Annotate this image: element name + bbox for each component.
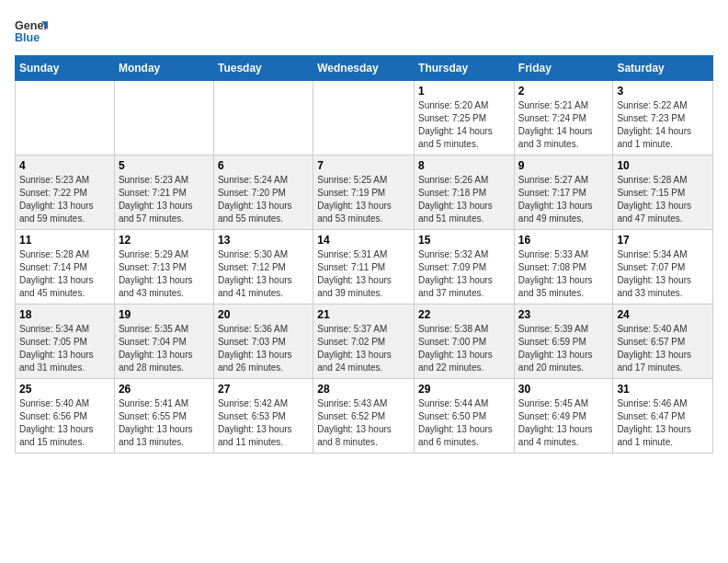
day-info: Sunrise: 5:23 AM Sunset: 7:22 PM Dayligh… [19,174,110,225]
calendar-header-day: Monday [114,56,213,81]
day-number: 21 [317,308,410,321]
page-header: General Blue [15,15,713,48]
day-info: Sunrise: 5:23 AM Sunset: 7:21 PM Dayligh… [119,174,210,225]
day-number: 15 [418,234,510,247]
day-info: Sunrise: 5:22 AM Sunset: 7:23 PM Dayligh… [617,99,709,151]
calendar-cell: 4Sunrise: 5:23 AM Sunset: 7:22 PM Daylig… [16,155,115,230]
day-number: 30 [518,383,609,396]
calendar-week-row: 1Sunrise: 5:20 AM Sunset: 7:25 PM Daylig… [16,81,713,155]
day-number: 25 [19,383,110,396]
day-info: Sunrise: 5:24 AM Sunset: 7:20 PM Dayligh… [218,174,309,225]
day-info: Sunrise: 5:32 AM Sunset: 7:09 PM Dayligh… [418,248,510,300]
calendar-cell: 29Sunrise: 5:44 AM Sunset: 6:50 PM Dayli… [415,379,515,454]
day-info: Sunrise: 5:43 AM Sunset: 6:52 PM Dayligh… [317,397,410,449]
calendar-cell: 9Sunrise: 5:27 AM Sunset: 7:17 PM Daylig… [514,155,613,230]
day-info: Sunrise: 5:28 AM Sunset: 7:15 PM Dayligh… [617,174,709,225]
day-number: 31 [617,383,709,396]
calendar-cell: 23Sunrise: 5:39 AM Sunset: 6:59 PM Dayli… [514,304,613,379]
calendar-cell [114,81,213,155]
day-info: Sunrise: 5:26 AM Sunset: 7:18 PM Dayligh… [418,174,510,225]
day-info: Sunrise: 5:37 AM Sunset: 7:02 PM Dayligh… [317,323,410,374]
day-number: 17 [617,234,709,247]
day-number: 18 [19,308,110,321]
calendar-cell: 27Sunrise: 5:42 AM Sunset: 6:53 PM Dayli… [213,379,313,454]
day-number: 2 [518,85,609,98]
day-number: 6 [218,159,309,172]
calendar-cell: 30Sunrise: 5:45 AM Sunset: 6:49 PM Dayli… [514,379,613,454]
calendar-cell: 8Sunrise: 5:26 AM Sunset: 7:18 PM Daylig… [415,155,515,230]
calendar-cell: 25Sunrise: 5:40 AM Sunset: 6:56 PM Dayli… [16,379,115,454]
day-info: Sunrise: 5:40 AM Sunset: 6:57 PM Dayligh… [617,323,709,374]
calendar-cell: 11Sunrise: 5:28 AM Sunset: 7:14 PM Dayli… [16,230,115,304]
day-number: 20 [218,308,309,321]
logo: General Blue [15,15,51,48]
calendar-cell: 12Sunrise: 5:29 AM Sunset: 7:13 PM Dayli… [114,230,213,304]
calendar-cell: 15Sunrise: 5:32 AM Sunset: 7:09 PM Dayli… [415,230,515,304]
day-number: 11 [19,234,110,247]
day-info: Sunrise: 5:41 AM Sunset: 6:55 PM Dayligh… [119,397,210,449]
calendar-cell: 17Sunrise: 5:34 AM Sunset: 7:07 PM Dayli… [613,230,713,304]
calendar-cell: 7Sunrise: 5:25 AM Sunset: 7:19 PM Daylig… [313,155,415,230]
day-number: 7 [317,159,410,172]
day-number: 22 [418,308,510,321]
day-info: Sunrise: 5:34 AM Sunset: 7:07 PM Dayligh… [617,248,709,300]
calendar-cell [213,81,313,155]
day-info: Sunrise: 5:20 AM Sunset: 7:25 PM Dayligh… [418,99,510,151]
calendar-cell: 14Sunrise: 5:31 AM Sunset: 7:11 PM Dayli… [313,230,415,304]
day-info: Sunrise: 5:44 AM Sunset: 6:50 PM Dayligh… [418,397,510,449]
calendar-cell: 6Sunrise: 5:24 AM Sunset: 7:20 PM Daylig… [213,155,313,230]
calendar-cell: 5Sunrise: 5:23 AM Sunset: 7:21 PM Daylig… [114,155,213,230]
calendar-cell: 13Sunrise: 5:30 AM Sunset: 7:12 PM Dayli… [213,230,313,304]
calendar-header-day: Wednesday [313,56,415,81]
calendar-cell: 21Sunrise: 5:37 AM Sunset: 7:02 PM Dayli… [313,304,415,379]
day-info: Sunrise: 5:29 AM Sunset: 7:13 PM Dayligh… [119,248,210,300]
day-number: 23 [518,308,609,321]
day-number: 26 [119,383,210,396]
calendar-cell: 19Sunrise: 5:35 AM Sunset: 7:04 PM Dayli… [114,304,213,379]
calendar-table: SundayMondayTuesdayWednesdayThursdayFrid… [15,55,713,454]
calendar-header-day: Friday [514,56,613,81]
calendar-header-day: Saturday [613,56,713,81]
day-number: 1 [418,85,510,98]
calendar-cell: 20Sunrise: 5:36 AM Sunset: 7:03 PM Dayli… [213,304,313,379]
day-number: 12 [119,234,210,247]
calendar-cell: 3Sunrise: 5:22 AM Sunset: 7:23 PM Daylig… [613,81,713,155]
day-info: Sunrise: 5:21 AM Sunset: 7:24 PM Dayligh… [518,99,609,151]
day-info: Sunrise: 5:25 AM Sunset: 7:19 PM Dayligh… [317,174,410,225]
day-number: 10 [617,159,709,172]
calendar-cell: 2Sunrise: 5:21 AM Sunset: 7:24 PM Daylig… [514,81,613,155]
calendar-week-row: 25Sunrise: 5:40 AM Sunset: 6:56 PM Dayli… [16,379,713,454]
calendar-cell: 16Sunrise: 5:33 AM Sunset: 7:08 PM Dayli… [514,230,613,304]
calendar-cell: 26Sunrise: 5:41 AM Sunset: 6:55 PM Dayli… [114,379,213,454]
day-info: Sunrise: 5:39 AM Sunset: 6:59 PM Dayligh… [518,323,609,374]
day-number: 29 [418,383,510,396]
calendar-cell: 10Sunrise: 5:28 AM Sunset: 7:15 PM Dayli… [613,155,713,230]
logo-icon: General Blue [15,15,48,48]
calendar-cell: 22Sunrise: 5:38 AM Sunset: 7:00 PM Dayli… [415,304,515,379]
day-info: Sunrise: 5:38 AM Sunset: 7:00 PM Dayligh… [418,323,510,374]
calendar-cell: 28Sunrise: 5:43 AM Sunset: 6:52 PM Dayli… [313,379,415,454]
day-number: 4 [19,159,110,172]
day-number: 13 [218,234,309,247]
calendar-week-row: 18Sunrise: 5:34 AM Sunset: 7:05 PM Dayli… [16,304,713,379]
calendar-cell [16,81,115,155]
calendar-cell [313,81,415,155]
day-number: 16 [518,234,609,247]
calendar-week-row: 4Sunrise: 5:23 AM Sunset: 7:22 PM Daylig… [16,155,713,230]
day-number: 24 [617,308,709,321]
day-info: Sunrise: 5:31 AM Sunset: 7:11 PM Dayligh… [317,248,410,300]
calendar-week-row: 11Sunrise: 5:28 AM Sunset: 7:14 PM Dayli… [16,230,713,304]
day-info: Sunrise: 5:35 AM Sunset: 7:04 PM Dayligh… [119,323,210,374]
day-info: Sunrise: 5:28 AM Sunset: 7:14 PM Dayligh… [19,248,110,300]
calendar-cell: 1Sunrise: 5:20 AM Sunset: 7:25 PM Daylig… [415,81,515,155]
day-info: Sunrise: 5:36 AM Sunset: 7:03 PM Dayligh… [218,323,309,374]
calendar-header-day: Sunday [16,56,115,81]
calendar-header-day: Thursday [415,56,515,81]
day-info: Sunrise: 5:33 AM Sunset: 7:08 PM Dayligh… [518,248,609,300]
day-info: Sunrise: 5:42 AM Sunset: 6:53 PM Dayligh… [218,397,309,449]
day-number: 19 [119,308,210,321]
day-info: Sunrise: 5:27 AM Sunset: 7:17 PM Dayligh… [518,174,609,225]
calendar-cell: 31Sunrise: 5:46 AM Sunset: 6:47 PM Dayli… [613,379,713,454]
day-number: 27 [218,383,309,396]
day-number: 5 [119,159,210,172]
